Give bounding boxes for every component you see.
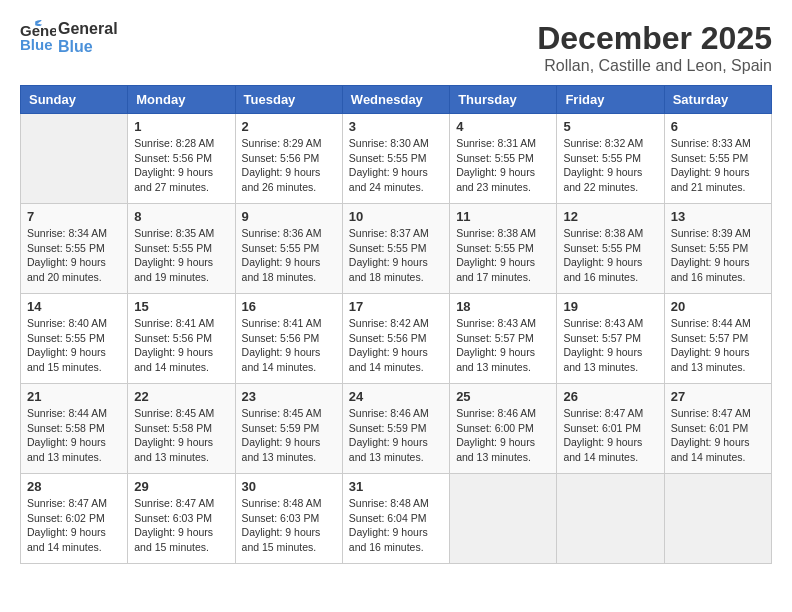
day-info: Sunrise: 8:41 AM Sunset: 5:56 PM Dayligh…: [242, 316, 336, 375]
page-header: General Blue General Blue December 2025 …: [20, 20, 772, 75]
day-info: Sunrise: 8:43 AM Sunset: 5:57 PM Dayligh…: [563, 316, 657, 375]
calendar-cell: 12Sunrise: 8:38 AM Sunset: 5:55 PM Dayli…: [557, 204, 664, 294]
weekday-header-friday: Friday: [557, 86, 664, 114]
day-number: 7: [27, 209, 121, 224]
calendar-cell: [557, 474, 664, 564]
calendar-cell: [450, 474, 557, 564]
day-number: 28: [27, 479, 121, 494]
day-number: 8: [134, 209, 228, 224]
day-number: 22: [134, 389, 228, 404]
calendar-week-row: 1Sunrise: 8:28 AM Sunset: 5:56 PM Daylig…: [21, 114, 772, 204]
day-info: Sunrise: 8:30 AM Sunset: 5:55 PM Dayligh…: [349, 136, 443, 195]
day-info: Sunrise: 8:37 AM Sunset: 5:55 PM Dayligh…: [349, 226, 443, 285]
calendar-cell: 2Sunrise: 8:29 AM Sunset: 5:56 PM Daylig…: [235, 114, 342, 204]
calendar-cell: 25Sunrise: 8:46 AM Sunset: 6:00 PM Dayli…: [450, 384, 557, 474]
calendar-cell: 21Sunrise: 8:44 AM Sunset: 5:58 PM Dayli…: [21, 384, 128, 474]
day-info: Sunrise: 8:44 AM Sunset: 5:58 PM Dayligh…: [27, 406, 121, 465]
day-number: 11: [456, 209, 550, 224]
weekday-header-tuesday: Tuesday: [235, 86, 342, 114]
day-number: 16: [242, 299, 336, 314]
calendar-cell: 13Sunrise: 8:39 AM Sunset: 5:55 PM Dayli…: [664, 204, 771, 294]
day-info: Sunrise: 8:36 AM Sunset: 5:55 PM Dayligh…: [242, 226, 336, 285]
calendar-cell: 18Sunrise: 8:43 AM Sunset: 5:57 PM Dayli…: [450, 294, 557, 384]
calendar-cell: 14Sunrise: 8:40 AM Sunset: 5:55 PM Dayli…: [21, 294, 128, 384]
day-number: 21: [27, 389, 121, 404]
day-number: 3: [349, 119, 443, 134]
title-block: December 2025 Rollan, Castille and Leon,…: [537, 20, 772, 75]
calendar-cell: 24Sunrise: 8:46 AM Sunset: 5:59 PM Dayli…: [342, 384, 449, 474]
day-info: Sunrise: 8:33 AM Sunset: 5:55 PM Dayligh…: [671, 136, 765, 195]
day-info: Sunrise: 8:42 AM Sunset: 5:56 PM Dayligh…: [349, 316, 443, 375]
day-info: Sunrise: 8:47 AM Sunset: 6:01 PM Dayligh…: [563, 406, 657, 465]
day-number: 14: [27, 299, 121, 314]
calendar-cell: 23Sunrise: 8:45 AM Sunset: 5:59 PM Dayli…: [235, 384, 342, 474]
calendar-cell: 15Sunrise: 8:41 AM Sunset: 5:56 PM Dayli…: [128, 294, 235, 384]
calendar-cell: 5Sunrise: 8:32 AM Sunset: 5:55 PM Daylig…: [557, 114, 664, 204]
day-number: 30: [242, 479, 336, 494]
weekday-header-sunday: Sunday: [21, 86, 128, 114]
day-info: Sunrise: 8:43 AM Sunset: 5:57 PM Dayligh…: [456, 316, 550, 375]
day-info: Sunrise: 8:48 AM Sunset: 6:03 PM Dayligh…: [242, 496, 336, 555]
day-number: 9: [242, 209, 336, 224]
day-info: Sunrise: 8:41 AM Sunset: 5:56 PM Dayligh…: [134, 316, 228, 375]
day-number: 23: [242, 389, 336, 404]
weekday-header-thursday: Thursday: [450, 86, 557, 114]
calendar-cell: [21, 114, 128, 204]
calendar-cell: 28Sunrise: 8:47 AM Sunset: 6:02 PM Dayli…: [21, 474, 128, 564]
day-number: 26: [563, 389, 657, 404]
calendar-cell: 16Sunrise: 8:41 AM Sunset: 5:56 PM Dayli…: [235, 294, 342, 384]
calendar-cell: 7Sunrise: 8:34 AM Sunset: 5:55 PM Daylig…: [21, 204, 128, 294]
day-info: Sunrise: 8:34 AM Sunset: 5:55 PM Dayligh…: [27, 226, 121, 285]
day-info: Sunrise: 8:28 AM Sunset: 5:56 PM Dayligh…: [134, 136, 228, 195]
day-number: 25: [456, 389, 550, 404]
day-info: Sunrise: 8:46 AM Sunset: 6:00 PM Dayligh…: [456, 406, 550, 465]
calendar-week-row: 28Sunrise: 8:47 AM Sunset: 6:02 PM Dayli…: [21, 474, 772, 564]
weekday-header-wednesday: Wednesday: [342, 86, 449, 114]
day-number: 29: [134, 479, 228, 494]
calendar-week-row: 21Sunrise: 8:44 AM Sunset: 5:58 PM Dayli…: [21, 384, 772, 474]
day-number: 6: [671, 119, 765, 134]
calendar-week-row: 7Sunrise: 8:34 AM Sunset: 5:55 PM Daylig…: [21, 204, 772, 294]
day-number: 1: [134, 119, 228, 134]
calendar-table: SundayMondayTuesdayWednesdayThursdayFrid…: [20, 85, 772, 564]
logo-text-blue: Blue: [58, 38, 118, 56]
day-info: Sunrise: 8:32 AM Sunset: 5:55 PM Dayligh…: [563, 136, 657, 195]
calendar-cell: 3Sunrise: 8:30 AM Sunset: 5:55 PM Daylig…: [342, 114, 449, 204]
day-info: Sunrise: 8:45 AM Sunset: 5:59 PM Dayligh…: [242, 406, 336, 465]
calendar-cell: 31Sunrise: 8:48 AM Sunset: 6:04 PM Dayli…: [342, 474, 449, 564]
location-title: Rollan, Castille and Leon, Spain: [537, 57, 772, 75]
calendar-cell: 10Sunrise: 8:37 AM Sunset: 5:55 PM Dayli…: [342, 204, 449, 294]
day-info: Sunrise: 8:35 AM Sunset: 5:55 PM Dayligh…: [134, 226, 228, 285]
day-number: 19: [563, 299, 657, 314]
logo-icon: General Blue: [20, 20, 56, 56]
calendar-cell: 20Sunrise: 8:44 AM Sunset: 5:57 PM Dayli…: [664, 294, 771, 384]
day-number: 31: [349, 479, 443, 494]
day-info: Sunrise: 8:39 AM Sunset: 5:55 PM Dayligh…: [671, 226, 765, 285]
day-info: Sunrise: 8:46 AM Sunset: 5:59 PM Dayligh…: [349, 406, 443, 465]
month-title: December 2025: [537, 20, 772, 57]
calendar-header-row: SundayMondayTuesdayWednesdayThursdayFrid…: [21, 86, 772, 114]
weekday-header-saturday: Saturday: [664, 86, 771, 114]
calendar-cell: 29Sunrise: 8:47 AM Sunset: 6:03 PM Dayli…: [128, 474, 235, 564]
day-number: 24: [349, 389, 443, 404]
calendar-cell: 1Sunrise: 8:28 AM Sunset: 5:56 PM Daylig…: [128, 114, 235, 204]
day-number: 20: [671, 299, 765, 314]
day-info: Sunrise: 8:29 AM Sunset: 5:56 PM Dayligh…: [242, 136, 336, 195]
calendar-cell: 22Sunrise: 8:45 AM Sunset: 5:58 PM Dayli…: [128, 384, 235, 474]
calendar-cell: 8Sunrise: 8:35 AM Sunset: 5:55 PM Daylig…: [128, 204, 235, 294]
calendar-cell: 26Sunrise: 8:47 AM Sunset: 6:01 PM Dayli…: [557, 384, 664, 474]
calendar-cell: 4Sunrise: 8:31 AM Sunset: 5:55 PM Daylig…: [450, 114, 557, 204]
calendar-cell: [664, 474, 771, 564]
day-number: 18: [456, 299, 550, 314]
logo: General Blue General Blue: [20, 20, 118, 56]
calendar-cell: 9Sunrise: 8:36 AM Sunset: 5:55 PM Daylig…: [235, 204, 342, 294]
calendar-week-row: 14Sunrise: 8:40 AM Sunset: 5:55 PM Dayli…: [21, 294, 772, 384]
calendar-cell: 30Sunrise: 8:48 AM Sunset: 6:03 PM Dayli…: [235, 474, 342, 564]
calendar-cell: 17Sunrise: 8:42 AM Sunset: 5:56 PM Dayli…: [342, 294, 449, 384]
calendar-cell: 27Sunrise: 8:47 AM Sunset: 6:01 PM Dayli…: [664, 384, 771, 474]
day-number: 4: [456, 119, 550, 134]
day-number: 12: [563, 209, 657, 224]
day-info: Sunrise: 8:47 AM Sunset: 6:02 PM Dayligh…: [27, 496, 121, 555]
day-number: 5: [563, 119, 657, 134]
day-number: 10: [349, 209, 443, 224]
